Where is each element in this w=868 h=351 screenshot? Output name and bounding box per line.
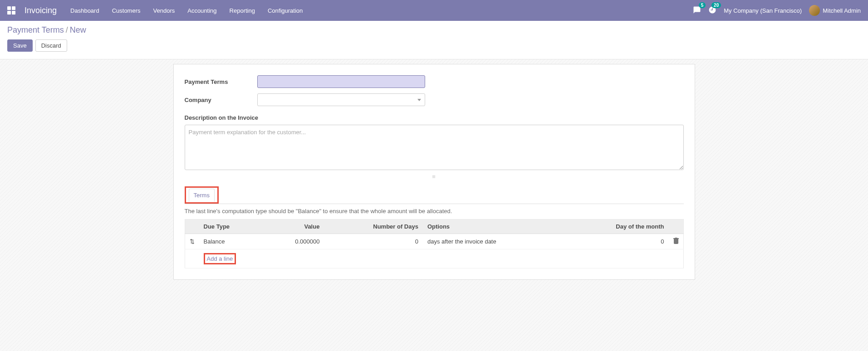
nav-reporting[interactable]: Reporting	[230, 7, 255, 14]
app-brand[interactable]: Invoicing	[25, 6, 57, 15]
main-area: Payment Terms Company Description on the…	[0, 59, 868, 351]
col-day-month: Day of the month	[564, 219, 668, 234]
company-label: Company	[185, 97, 257, 103]
delete-row-button[interactable]	[669, 234, 684, 249]
breadcrumb-root[interactable]: Payment Terms	[7, 25, 64, 34]
messages-badge: 5	[699, 2, 706, 8]
company-select[interactable]	[257, 93, 425, 106]
discard-button[interactable]: Discard	[35, 39, 67, 52]
nav-customers[interactable]: Customers	[112, 7, 141, 14]
trash-icon	[673, 238, 679, 244]
cell-due-type[interactable]: Balance	[199, 234, 263, 249]
resize-handle-icon[interactable]: ≡	[185, 173, 684, 180]
col-options: Options	[423, 219, 564, 234]
terms-hint: The last line's computation type should …	[185, 208, 684, 214]
save-button[interactable]: Save	[7, 39, 33, 52]
control-panel: Payment Terms/New Save Discard	[0, 21, 868, 59]
user-name: Mitchell Admin	[823, 7, 861, 14]
cell-num-days[interactable]: 0	[324, 234, 423, 249]
payment-terms-label: Payment Terms	[185, 78, 257, 85]
activities-badge: 20	[711, 2, 721, 8]
description-label: Description on the Invoice	[185, 114, 684, 121]
cell-day-month[interactable]: 0	[564, 234, 668, 249]
form-sheet: Payment Terms Company Description on the…	[173, 64, 695, 280]
top-navbar: Invoicing Dashboard Customers Vendors Ac…	[0, 0, 868, 21]
description-textarea[interactable]	[185, 125, 684, 170]
table-row[interactable]: ⇅ Balance 0.000000 0 days after the invo…	[185, 234, 683, 249]
breadcrumb: Payment Terms/New	[7, 25, 861, 35]
drag-handle-icon[interactable]: ⇅	[185, 234, 199, 249]
cell-options[interactable]: days after the invoice date	[423, 234, 564, 249]
activities-button[interactable]: 20	[708, 6, 716, 15]
col-num-days: Number of Days	[324, 219, 423, 234]
nav-dashboard[interactable]: Dashboard	[70, 7, 99, 14]
tabs: Terms	[185, 186, 684, 204]
cell-value[interactable]: 0.000000	[263, 234, 324, 249]
avatar	[809, 5, 820, 16]
add-line-button[interactable]: Add a line	[207, 255, 233, 262]
apps-icon[interactable]	[7, 6, 15, 15]
breadcrumb-current: New	[70, 25, 86, 34]
col-value: Value	[263, 219, 324, 234]
col-due-type: Due Type	[199, 219, 263, 234]
nav-configuration[interactable]: Configuration	[268, 7, 303, 14]
payment-terms-input[interactable]	[257, 75, 425, 88]
nav-vendors[interactable]: Vendors	[153, 7, 175, 14]
terms-table: Due Type Value Number of Days Options Da…	[185, 219, 684, 268]
company-switcher[interactable]: My Company (San Francisco)	[724, 7, 802, 14]
messages-button[interactable]: 5	[693, 6, 701, 15]
user-menu[interactable]: Mitchell Admin	[809, 5, 861, 16]
table-row-add: Add a line	[185, 249, 683, 268]
tab-terms[interactable]: Terms	[189, 189, 215, 202]
nav-accounting[interactable]: Accounting	[187, 7, 216, 14]
